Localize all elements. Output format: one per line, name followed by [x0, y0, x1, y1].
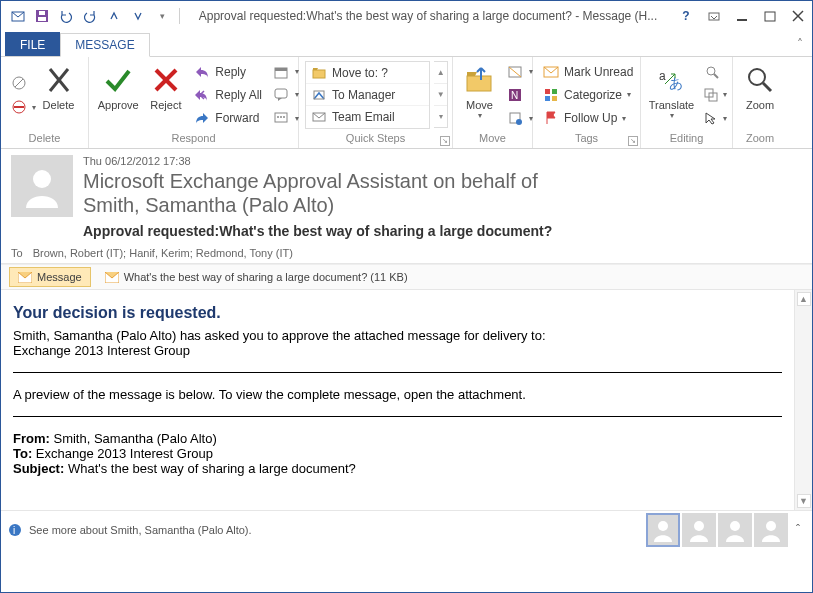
im-button[interactable]: ▾: [270, 84, 292, 105]
help-icon[interactable]: ?: [672, 5, 700, 27]
message-from: Microsoft Exchange Approval Assistant on…: [83, 169, 802, 217]
mark-unread-button[interactable]: Mark Unread: [539, 61, 637, 82]
junk-button[interactable]: ▾: [7, 96, 31, 118]
related-button[interactable]: ▾: [700, 84, 726, 105]
group-label: Respond: [89, 132, 298, 148]
attachment-bar: Message What's the best way of sharing a…: [1, 264, 812, 290]
approve-button[interactable]: Approve: [95, 61, 141, 129]
svg-point-22: [280, 116, 282, 118]
onenote-button[interactable]: N: [504, 84, 526, 105]
translate-button[interactable]: aあ Translate▾: [647, 61, 696, 129]
svg-point-46: [33, 170, 51, 188]
body-subject-line: Subject: What's the best way of sharing …: [13, 461, 782, 476]
ignore-button[interactable]: [7, 72, 31, 94]
svg-point-21: [277, 116, 279, 118]
sender-avatar: [11, 155, 73, 217]
svg-point-51: [658, 521, 668, 531]
quickstep-moveto[interactable]: Move to: ?: [306, 62, 429, 84]
reject-icon: [152, 63, 180, 97]
categorize-button[interactable]: Categorize▾: [539, 84, 637, 105]
body-line: Smith, Samantha (Palo Alto) has asked yo…: [13, 328, 782, 343]
quickstep-tomanager[interactable]: To Manager: [306, 84, 429, 106]
minimize-icon[interactable]: [728, 5, 756, 27]
group-label: Delete: [1, 132, 88, 148]
flag-icon: [543, 110, 559, 126]
quicksteps-gallery[interactable]: Move to: ? To Manager Team Email: [305, 61, 430, 129]
svg-rect-24: [313, 70, 325, 78]
people-pane-text[interactable]: See more about Smith, Samantha (Palo Alt…: [29, 524, 252, 536]
group-zoom: Zoom Zoom: [733, 57, 787, 148]
dialog-launcher-icon[interactable]: ↘: [628, 136, 638, 146]
forward-button[interactable]: Forward: [190, 108, 266, 129]
contact-avatar[interactable]: [682, 513, 716, 547]
group-move: Move▾ ▾ N ▾ Move: [453, 57, 533, 148]
save-icon[interactable]: [31, 5, 53, 27]
translate-icon: aあ: [657, 63, 687, 97]
more-respond-button[interactable]: ▾: [270, 108, 292, 129]
tab-file[interactable]: FILE: [5, 32, 60, 56]
reject-button[interactable]: Reject: [145, 61, 186, 129]
contact-avatar[interactable]: [754, 513, 788, 547]
svg-text:N: N: [511, 90, 518, 101]
scroll-up-icon[interactable]: ▲: [797, 292, 811, 306]
maximize-icon[interactable]: [756, 5, 784, 27]
svg-point-53: [730, 521, 740, 531]
tab-message[interactable]: MESSAGE: [60, 33, 149, 57]
close-icon[interactable]: [784, 5, 812, 27]
redo-icon[interactable]: [79, 5, 101, 27]
scrollbar[interactable]: ▲ ▼: [794, 290, 812, 510]
undo-icon[interactable]: [55, 5, 77, 27]
qat-more-icon[interactable]: ▾: [151, 5, 173, 27]
body-preview-note: A preview of the message is below. To vi…: [13, 387, 782, 402]
attachment-tab-file[interactable]: What's the best way of sharing a large d…: [97, 267, 416, 287]
move-button[interactable]: Move▾: [459, 61, 500, 129]
delete-icon: [46, 63, 72, 97]
contact-avatar[interactable]: [718, 513, 752, 547]
zoom-button[interactable]: Zoom: [739, 61, 781, 129]
scroll-down-icon[interactable]: ▼: [797, 494, 811, 508]
next-icon[interactable]: [127, 5, 149, 27]
envelope-icon: [18, 272, 32, 283]
related-icon: [704, 87, 718, 103]
unread-icon: [543, 64, 559, 80]
delete-button[interactable]: Delete: [35, 61, 82, 129]
svg-point-54: [766, 521, 776, 531]
approve-icon: [103, 63, 133, 97]
group-label: Quick Steps↘: [299, 132, 452, 148]
select-button[interactable]: ▾: [700, 108, 726, 129]
message-header: Thu 06/12/2012 17:38 Microsoft Exchange …: [1, 149, 812, 264]
followup-button[interactable]: Follow Up▾: [539, 108, 637, 129]
collapse-ribbon-icon[interactable]: ˄: [788, 32, 812, 56]
replyall-button[interactable]: Reply All: [190, 84, 266, 105]
dialog-launcher-icon[interactable]: ↘: [440, 136, 450, 146]
quicksteps-scroll[interactable]: ▲▼▾: [434, 61, 448, 128]
folder-move-icon: [312, 67, 326, 79]
expand-people-icon[interactable]: ˆ: [790, 522, 806, 538]
message-body-wrap: Your decision is requested. Smith, Saman…: [1, 290, 812, 510]
meeting-button[interactable]: ▾: [270, 61, 292, 82]
find-button[interactable]: [700, 61, 726, 82]
ignore-icon: [11, 75, 27, 91]
svg-rect-37: [552, 96, 557, 101]
group-respond: Approve Reject Reply Reply All Forward ▾…: [89, 57, 299, 148]
actions-button[interactable]: ▾: [504, 108, 526, 129]
quickstep-teamemail[interactable]: Team Email: [306, 106, 429, 128]
reply-button[interactable]: Reply: [190, 61, 266, 82]
body-from-line: From: Smith, Samantha (Palo Alto): [13, 431, 782, 446]
forward-icon: [194, 110, 210, 126]
group-label: Editing: [641, 132, 732, 148]
svg-rect-18: [275, 68, 287, 71]
contact-avatar[interactable]: [646, 513, 680, 547]
to-recipients: Brown, Robert (IT); Hanif, Kerim; Redmon…: [33, 247, 293, 259]
move-folder-icon: [465, 63, 495, 97]
group-label: Move: [453, 132, 532, 148]
outlook-icon[interactable]: [7, 5, 29, 27]
im-icon: [274, 87, 290, 103]
body-to-line: To: Exchange 2013 Interest Group: [13, 446, 782, 461]
svg-point-44: [749, 69, 765, 85]
previous-icon[interactable]: [103, 5, 125, 27]
info-icon: i: [7, 522, 23, 538]
attachment-tab-message[interactable]: Message: [9, 267, 91, 287]
ribbon-options-icon[interactable]: [700, 5, 728, 27]
rules-button[interactable]: ▾: [504, 61, 526, 82]
